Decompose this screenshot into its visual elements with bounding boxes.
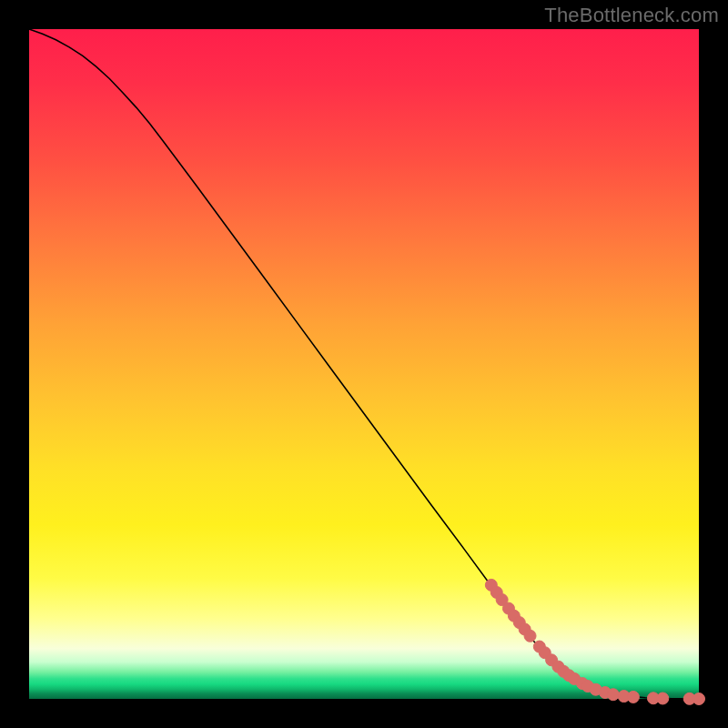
data-point	[657, 693, 669, 704]
curve-line	[29, 29, 699, 699]
watermark-text: TheBottleneck.com	[544, 4, 719, 27]
data-point	[627, 691, 639, 703]
plot-area	[29, 29, 699, 699]
data-point	[607, 689, 619, 701]
data-point	[524, 630, 536, 642]
chart-overlay	[29, 29, 699, 699]
data-point	[693, 693, 705, 705]
dot-layer	[485, 579, 704, 704]
chart-stage: TheBottleneck.com	[0, 0, 728, 728]
